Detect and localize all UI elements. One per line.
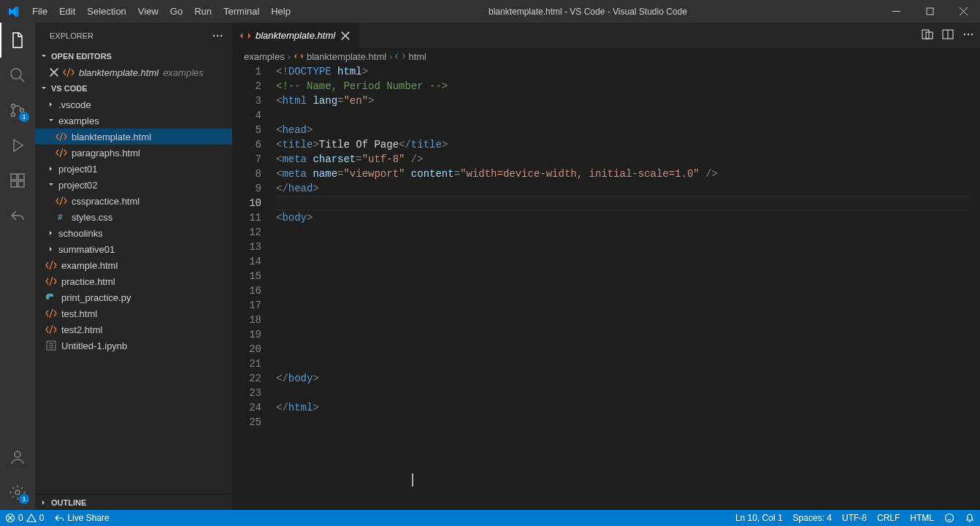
- chevron-down-icon: [45, 179, 57, 191]
- file-item[interactable]: Untitled-1.ipynb: [35, 338, 232, 354]
- file-item[interactable]: practice.html: [35, 273, 232, 289]
- close-icon[interactable]: [48, 66, 60, 78]
- svg-point-11: [213, 34, 215, 36]
- svg-rect-5: [11, 174, 17, 180]
- status-encoding[interactable]: UTF-8: [837, 510, 872, 526]
- editor-more-icon[interactable]: [962, 28, 974, 42]
- tab-active[interactable]: blanktemplate.html: [232, 23, 359, 48]
- explorer-sidebar: EXPLORER OPEN EDITORS blanktemplate.html…: [35, 23, 232, 510]
- html-file-icon: [45, 324, 57, 335]
- folder-item[interactable]: project02: [35, 177, 232, 193]
- status-bell-icon[interactable]: [960, 510, 980, 526]
- file-item[interactable]: #styles.css: [35, 209, 232, 225]
- file-item[interactable]: blanktemplate.html: [35, 129, 232, 145]
- open-preview-icon[interactable]: [922, 28, 933, 42]
- html-file-icon: [240, 30, 251, 42]
- maximize-button[interactable]: [913, 0, 946, 23]
- status-eol[interactable]: CRLF: [872, 510, 905, 526]
- menu-edit[interactable]: Edit: [53, 0, 81, 23]
- file-item[interactable]: paragraphs.html: [35, 145, 232, 161]
- status-position[interactable]: Ln 10, Col 1: [730, 510, 788, 526]
- open-editor-item[interactable]: blanktemplate.htmlexamples: [35, 64, 232, 80]
- breadcrumb-folder[interactable]: examples: [244, 51, 285, 62]
- split-editor-icon[interactable]: [942, 28, 954, 42]
- extensions-icon[interactable]: [0, 163, 35, 198]
- chevron-right-icon: [45, 99, 57, 110]
- html-file-icon: [55, 131, 67, 142]
- menu-help[interactable]: Help: [265, 0, 296, 23]
- explorer-icon[interactable]: [0, 23, 35, 58]
- window-title: blanktemplate.html - VS Code - Visual St…: [296, 7, 879, 17]
- run-debug-icon[interactable]: [0, 128, 35, 163]
- editor-area: blanktemplate.html examples › blanktempl…: [232, 23, 980, 510]
- menu-file[interactable]: File: [26, 0, 53, 23]
- svg-rect-7: [11, 181, 17, 187]
- settings-gear-icon[interactable]: 1: [0, 475, 35, 510]
- source-control-icon[interactable]: 1: [0, 93, 35, 128]
- accounts-icon[interactable]: [0, 440, 35, 475]
- file-item[interactable]: example.html: [35, 257, 232, 273]
- symbol-icon: [395, 51, 405, 61]
- folder-item[interactable]: schoolinks: [35, 225, 232, 241]
- tab-bar: blanktemplate.html: [232, 23, 980, 48]
- folder-item[interactable]: project01: [35, 161, 232, 177]
- folder-item[interactable]: .vscode: [35, 96, 232, 113]
- close-button[interactable]: [946, 0, 980, 23]
- py-file-icon: [45, 291, 57, 303]
- svg-point-3: [12, 113, 15, 117]
- html-file-icon: [45, 308, 57, 319]
- chevron-right-icon: [45, 163, 57, 175]
- breadcrumb-symbol[interactable]: html: [408, 51, 426, 62]
- status-indent[interactable]: Spaces: 4: [788, 510, 837, 526]
- menu-view[interactable]: View: [132, 0, 164, 23]
- svg-rect-6: [18, 174, 24, 180]
- status-language[interactable]: HTML: [905, 510, 939, 526]
- menu-go[interactable]: Go: [164, 0, 188, 23]
- breadcrumb-file[interactable]: blanktemplate.html: [307, 51, 386, 62]
- file-item[interactable]: csspractice.html: [35, 193, 232, 209]
- code-editor[interactable]: 1234567891011121314151617181920212223242…: [232, 64, 980, 510]
- file-tree: .vscodeexamplesblanktemplate.htmlparagra…: [35, 96, 232, 494]
- status-liveshare[interactable]: Live Share: [49, 510, 114, 526]
- nb-file-icon: [45, 340, 57, 351]
- chevron-down-icon: [38, 83, 50, 94]
- svg-point-10: [15, 490, 20, 495]
- svg-point-1: [11, 69, 21, 79]
- status-problems[interactable]: 0 0: [0, 510, 49, 526]
- sidebar-more-icon[interactable]: [212, 30, 223, 42]
- html-file-icon: [45, 275, 57, 287]
- folder-item[interactable]: examples: [35, 113, 232, 129]
- svg-point-19: [964, 34, 965, 35]
- file-item[interactable]: test2.html: [35, 321, 232, 338]
- html-file-icon: [55, 147, 67, 159]
- outline-section[interactable]: OUTLINE: [35, 494, 232, 510]
- menu-run[interactable]: Run: [188, 0, 218, 23]
- html-file-icon: [294, 51, 304, 61]
- code-lines[interactable]: <!DOCTYPE html><!-- Name, Period Number …: [276, 64, 970, 510]
- status-bar: 0 0 Live Share Ln 10, Col 1 Spaces: 4 UT…: [0, 510, 980, 526]
- workspace-section[interactable]: VS CODE: [35, 80, 232, 96]
- minimap[interactable]: [970, 64, 980, 510]
- open-editors-section[interactable]: OPEN EDITORS: [35, 48, 232, 64]
- menu-terminal[interactable]: Terminal: [218, 0, 265, 23]
- html-file-icon: [45, 259, 57, 271]
- search-icon[interactable]: [0, 58, 35, 93]
- file-item[interactable]: print_practice.py: [35, 289, 232, 305]
- chevron-down-icon: [45, 115, 57, 126]
- menu-selection[interactable]: Selection: [81, 0, 131, 23]
- title-bar: FileEditSelectionViewGoRunTerminalHelp b…: [0, 0, 980, 23]
- html-file-icon: [55, 195, 67, 207]
- status-feedback-icon[interactable]: [939, 510, 960, 526]
- line-gutter: 1234567891011121314151617181920212223242…: [232, 64, 276, 510]
- menu-bar: FileEditSelectionViewGoRunTerminalHelp: [26, 0, 296, 23]
- liveshare-icon[interactable]: [0, 198, 35, 233]
- file-item[interactable]: test.html: [35, 305, 232, 321]
- tab-close-icon[interactable]: [340, 30, 351, 42]
- breadcrumbs[interactable]: examples › blanktemplate.html › html: [232, 48, 980, 64]
- minimize-button[interactable]: [879, 0, 913, 23]
- svg-point-20: [968, 34, 969, 35]
- svg-point-9: [15, 451, 20, 457]
- folder-item[interactable]: summative01: [35, 241, 232, 257]
- chevron-down-icon: [38, 50, 50, 62]
- tab-label: blanktemplate.html: [256, 30, 335, 41]
